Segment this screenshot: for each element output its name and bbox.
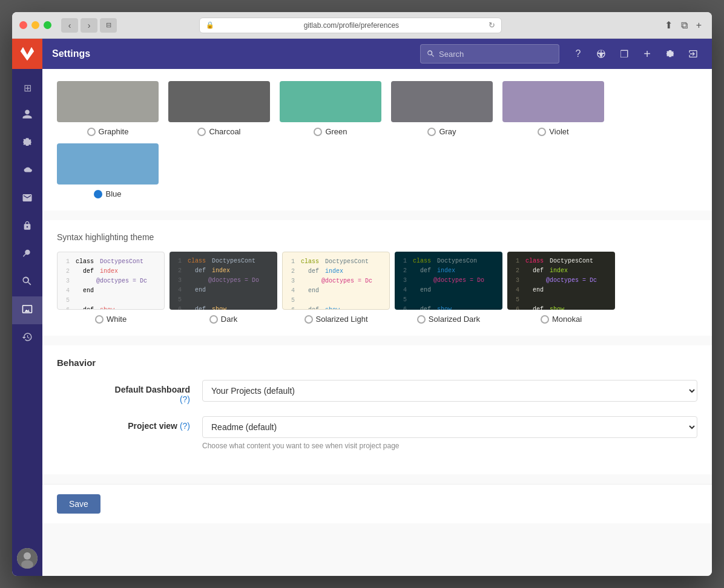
blue-swatch	[57, 143, 159, 185]
color-themes-section: Graphite Charcoal	[42, 69, 712, 211]
syntax-themes-row: 1class DoctypesCont 2 def index 3 @docty…	[57, 252, 697, 324]
ssl-lock-icon: 🔒	[206, 21, 214, 29]
url-bar[interactable]: 🔒 gitlab.com/profile/preferences ↻	[199, 18, 502, 33]
color-swatches-row1: Graphite Charcoal	[57, 81, 697, 136]
cloud-icon	[22, 165, 33, 178]
minimize-button[interactable]	[31, 21, 39, 29]
save-section: Save	[42, 484, 712, 523]
default-dashboard-help[interactable]: (?)	[180, 394, 190, 404]
gray-radio[interactable]	[427, 128, 436, 136]
behavior-section: Behavior Default Dashboard (?) Your Proj…	[42, 345, 712, 474]
charcoal-radio[interactable]	[197, 128, 206, 136]
theme-graphite[interactable]: Graphite	[57, 81, 159, 136]
sidebar-item-cloud[interactable]	[12, 157, 42, 185]
project-view-row: Project view (?) Readme (default) Activi…	[57, 416, 697, 450]
graphite-radio[interactable]	[87, 128, 96, 136]
user-icon	[22, 109, 33, 122]
user-avatar[interactable]	[17, 548, 38, 569]
header-actions: ? ❐ +	[569, 45, 702, 63]
project-view-helptext: Choose what content you want to see when…	[202, 442, 697, 450]
project-view-control: Readme (default) Activity Files Choose w…	[202, 416, 697, 450]
green-radio[interactable]	[314, 128, 322, 136]
theme-violet[interactable]: Violet	[502, 81, 604, 136]
dark-label: Dark	[209, 315, 237, 324]
sidebar-item-search[interactable]	[12, 269, 42, 296]
violet-swatch	[502, 81, 604, 122]
white-label: White	[95, 315, 127, 324]
app-header: Settings Search ? ❐ +	[42, 39, 712, 69]
sidebar-bottom	[17, 548, 38, 576]
syntax-monokai[interactable]: 1class DoctypesCont 2 def index 3 @docty…	[507, 252, 615, 324]
reload-icon[interactable]: ↻	[489, 21, 495, 30]
gear-button[interactable]	[661, 45, 679, 63]
save-button[interactable]: Save	[57, 494, 100, 514]
sidebar-item-history[interactable]	[12, 324, 42, 352]
theme-gray[interactable]: Gray	[391, 81, 493, 136]
sidebar-item-mail[interactable]	[12, 185, 42, 213]
syntax-white[interactable]: 1class DoctypesCont 2 def index 3 @docty…	[57, 252, 165, 324]
key-icon	[22, 248, 33, 261]
project-view-help[interactable]: (?)	[180, 421, 190, 431]
sidebar-item-projects[interactable]: ⊞	[12, 74, 42, 102]
green-label: Green	[314, 127, 347, 136]
white-radio[interactable]	[95, 315, 104, 324]
close-button[interactable]	[19, 21, 27, 29]
right-side: Settings Search ? ❐ +	[42, 39, 712, 576]
monokai-preview: 1class DoctypesCont 2 def index 3 @docty…	[507, 252, 615, 310]
syntax-dark[interactable]: 1class DoctypesCont 2 def index 3 @docty…	[169, 252, 277, 324]
search-bar[interactable]: Search	[420, 44, 559, 64]
new-tab-button[interactable]: ⧉	[678, 18, 691, 32]
blue-label: Blue	[94, 189, 121, 198]
white-preview: 1class DoctypesCont 2 def index 3 @docty…	[57, 252, 165, 310]
search-icon	[427, 50, 435, 58]
sol-light-label: Solarized Light	[304, 315, 368, 324]
sidebar-item-settings[interactable]	[12, 129, 42, 157]
titlebar-actions: ⬆ ⧉ +	[662, 18, 705, 32]
window-controls	[19, 21, 51, 29]
green-text: Green	[325, 127, 347, 136]
monokai-radio[interactable]	[541, 315, 549, 324]
reader-button[interactable]: ⊟	[100, 18, 117, 33]
dark-radio[interactable]	[209, 315, 218, 324]
project-view-select[interactable]: Readme (default) Activity Files	[202, 416, 697, 438]
syntax-section: Syntax highlighting theme 1class Doctype…	[42, 220, 712, 336]
back-button[interactable]: ‹	[61, 18, 78, 33]
sidebar-item-profile[interactable]	[12, 102, 42, 129]
sol-light-radio[interactable]	[304, 315, 313, 324]
new-window-button[interactable]: +	[693, 18, 705, 32]
sol-dark-radio[interactable]	[417, 315, 426, 324]
url-text: gitlab.com/profile/preferences	[218, 21, 485, 30]
projects-icon: ⊞	[24, 82, 31, 94]
theme-blue[interactable]: Blue	[57, 143, 159, 198]
main-content: Graphite Charcoal	[42, 69, 712, 576]
charcoal-label: Charcoal	[197, 127, 240, 136]
gray-swatch	[391, 81, 493, 122]
signout-button[interactable]	[684, 45, 702, 63]
globe-button[interactable]	[592, 45, 610, 63]
default-dashboard-control: Your Projects (default) Starred Projects…	[202, 380, 697, 402]
violet-radio[interactable]	[538, 128, 546, 136]
blue-text: Blue	[105, 189, 121, 198]
copy-button[interactable]: ❐	[615, 45, 633, 63]
theme-charcoal[interactable]: Charcoal	[168, 81, 270, 136]
svg-point-2	[21, 560, 33, 569]
syntax-section-label: Syntax highlighting theme	[57, 232, 697, 242]
blue-radio[interactable]	[94, 190, 102, 198]
default-dashboard-select[interactable]: Your Projects (default) Starred Projects…	[202, 380, 697, 402]
sidebar-item-key[interactable]	[12, 241, 42, 269]
syntax-sol-dark[interactable]: 1class DoctypesCon 2 def index 3 @doctyp…	[395, 252, 502, 324]
gitlab-logo[interactable]	[12, 39, 42, 69]
sidebar-item-lock[interactable]	[12, 213, 42, 241]
sidebar-item-image[interactable]	[12, 296, 42, 324]
maximize-button[interactable]	[44, 21, 51, 29]
help-button[interactable]: ?	[569, 45, 587, 63]
titlebar: ‹ › ⊟ 🔒 gitlab.com/profile/preferences ↻…	[12, 12, 712, 39]
add-button[interactable]: +	[638, 45, 656, 63]
default-dashboard-row: Default Dashboard (?) Your Projects (def…	[57, 380, 697, 404]
theme-green[interactable]: Green	[280, 81, 381, 136]
project-view-label: Project view (?)	[57, 416, 190, 431]
share-button[interactable]: ⬆	[662, 18, 676, 32]
forward-button[interactable]: ›	[81, 18, 97, 33]
syntax-sol-light[interactable]: 1class DoctypesCont 2 def index 3 @docty…	[282, 252, 390, 324]
monokai-text: Monokai	[552, 315, 582, 324]
